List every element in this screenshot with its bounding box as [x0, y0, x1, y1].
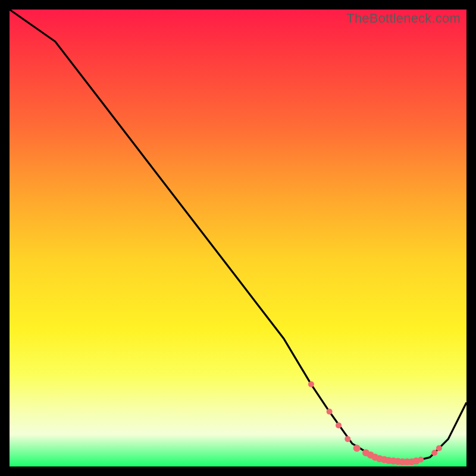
bottleneck-curve [10, 10, 466, 462]
curve-marker [431, 450, 437, 456]
curve-marker [418, 457, 424, 463]
curve-marker [436, 445, 442, 451]
curve-marker [353, 444, 361, 452]
marker-group [308, 381, 442, 466]
chart-svg [10, 10, 466, 466]
chart-plot-area: TheBottleneck.com [10, 10, 466, 466]
curve-marker [308, 381, 314, 387]
curve-marker [345, 436, 350, 442]
curve-marker [327, 409, 333, 415]
curve-marker [336, 422, 342, 428]
